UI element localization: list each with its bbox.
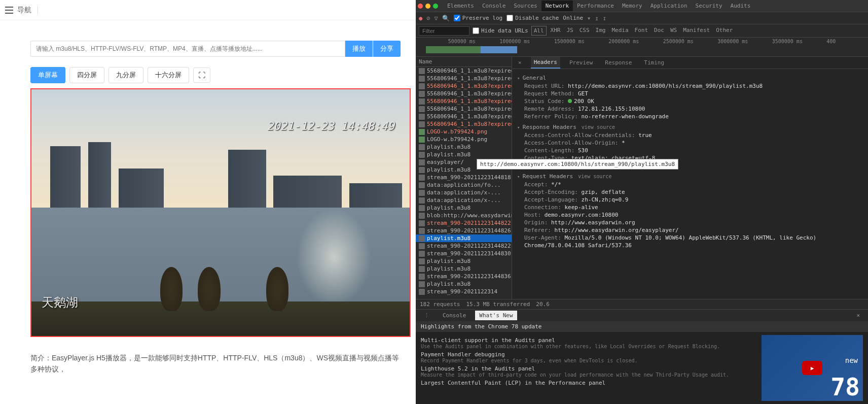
play-icon[interactable]: ▶ [802,361,822,375]
request-row[interactable]: 556806946_1_1.m3u8?expire=164032... [416,67,512,75]
filter-xhr[interactable]: XHR [549,26,563,36]
devtools-tab-sources[interactable]: Sources [510,1,541,11]
request-row[interactable]: 556806946_1_1.m3u8?expire=164032... [416,97,512,105]
tab-nine[interactable]: 九分屏 [108,67,143,83]
tab-four[interactable]: 四分屏 [69,67,104,83]
close-detail-icon[interactable]: × [515,57,525,68]
section-response-headers[interactable]: Response Headersview source [517,123,863,131]
header-row: Access-Control-Allow-Origin: * [517,139,863,147]
request-row[interactable]: blob:http://www.easydarwin.org/058d... [416,212,512,219]
status-transferred: 15.3 MB transferred [466,301,530,308]
maximize-icon[interactable] [433,4,438,9]
request-row[interactable]: 556806946_1_1.m3u8?expire=164032... [416,113,512,120]
request-row[interactable]: stream_990-20211223144818-949.ts [416,174,512,181]
request-row[interactable]: 556806946_1_1.m3u8?expire=164032... [416,105,512,113]
play-button[interactable]: 播放 [345,41,373,57]
request-row[interactable]: stream_990-20211223144822-950.ts [416,219,512,227]
list-header-name[interactable]: Name [416,57,512,67]
promo-video[interactable]: ▶ new 78 [762,335,863,401]
preserve-log-check[interactable]: Preserve log [454,15,502,21]
request-row[interactable]: stream_990-20211223144822-950.ts [416,242,512,250]
devtools-tab-network[interactable]: Network [541,1,573,11]
devtools-tab-elements[interactable]: Elements [443,1,478,11]
close-icon[interactable] [418,4,423,9]
request-row[interactable]: playlist.m3u8 [416,204,512,212]
header-row: Remote Address: 172.81.216.155:10800 [517,105,863,113]
hide-data-urls-check[interactable]: Hide data URLs [473,27,528,34]
tab-console[interactable]: Console [439,311,470,320]
filter-icon[interactable]: ▽ [434,15,438,22]
fullscreen-icon[interactable]: ⛶ [193,68,210,83]
request-row[interactable]: data:application/x-... [416,189,512,196]
request-row[interactable]: playlist.m3u8 [416,151,512,158]
tab-timing[interactable]: Timing [641,57,667,68]
devtools-tab-console[interactable]: Console [478,1,510,11]
filter-font[interactable]: Font [633,26,650,36]
filter-manifest[interactable]: Manifest [681,26,712,36]
whats-new-item[interactable]: Largest Contentful Paint (LCP) in the Pe… [421,380,756,386]
whats-new-item[interactable]: Payment Handler debuggingRecord Payment … [421,351,756,363]
console-drawer: ⋮ Console What's New × Highlights from t… [416,309,868,404]
filter-input[interactable] [419,26,469,36]
disable-cache-check[interactable]: Disable cache [507,15,559,21]
request-row[interactable]: 556806946_1_1.m3u8?expire=164032... [416,90,512,97]
request-row[interactable]: LOGO-w.b799424.png [416,136,512,143]
timeline-overview[interactable]: 500000 ms1000000 ms1500000 ms2000000 ms2… [416,38,868,57]
filter-media[interactable]: Media [609,26,630,36]
chevron-down-icon[interactable]: ▾ [587,15,591,22]
throttle-select[interactable]: Online [563,15,583,21]
request-row[interactable]: stream_990-20211223144830-952.ts [416,250,512,257]
tab-response[interactable]: Response [602,57,635,68]
tab-whats-new[interactable]: What's New [475,311,517,320]
request-row[interactable]: stream_990-20211223144836-953.ts [416,273,512,280]
devtools-tab-memory[interactable]: Memory [618,1,646,11]
request-row[interactable]: playlist.m3u8 [416,143,512,151]
tab-headers[interactable]: Headers [531,57,560,69]
upload-icon[interactable]: ↥ [595,15,598,22]
filter-js[interactable]: JS [564,26,575,36]
request-row[interactable]: playlist.m3u8 [416,234,512,242]
minimize-icon[interactable] [425,4,430,9]
request-row[interactable]: 556806946_1_1.m3u8?expire=164032... [416,82,512,90]
request-row[interactable]: data:application/x-... [416,196,512,204]
status-requests: 182 requests [420,301,460,308]
devtools-tab-security[interactable]: Security [692,1,727,11]
section-request-headers[interactable]: Request Headersview source [517,173,863,181]
menu-icon[interactable] [5,7,13,14]
clear-icon[interactable]: ⊘ [426,15,430,22]
request-row[interactable]: playlist.m3u8 [416,280,512,288]
drawer-menu-icon[interactable]: ⋮ [420,311,433,320]
filter-img[interactable]: Img [594,26,608,36]
filter-ws[interactable]: WS [668,26,679,36]
close-drawer-icon[interactable]: × [852,311,864,320]
section-general[interactable]: General [517,74,863,82]
request-row[interactable]: playlist.m3u8 [416,257,512,265]
filter-other[interactable]: Other [714,26,735,36]
request-row[interactable]: data:application/fo... [416,181,512,189]
traffic-lights[interactable] [418,4,438,9]
tab-preview[interactable]: Preview [566,57,596,68]
request-row[interactable]: stream_990-20211223144826-951.ts [416,227,512,234]
filter-doc[interactable]: Doc [652,26,666,36]
tab-single[interactable]: 单屏幕 [30,67,65,83]
tab-sixteen[interactable]: 十六分屏 [148,67,189,83]
request-row[interactable]: LOGO-w.b799424.png [416,128,512,136]
share-button[interactable]: 分享 [373,41,401,57]
whats-new-item[interactable]: Multi-client support in the Audits panel… [421,337,756,349]
video-player[interactable]: 2021-12-23 14:48:49 天鹅湖 [30,88,411,337]
request-list[interactable]: Name 556806946_1_1.m3u8?expire=164032...… [416,57,512,299]
whats-new-item[interactable]: Lighthouse 5.2 in the Audits panelMeasur… [421,365,756,378]
request-row[interactable]: 556806946_1_1.m3u8?expire=164032... [416,75,512,82]
devtools-tab-application[interactable]: Application [646,1,692,11]
search-icon[interactable]: 🔍 [442,15,450,22]
filter-all[interactable]: All [531,26,547,36]
record-icon[interactable]: ● [419,15,422,22]
download-icon[interactable]: ↧ [603,15,606,22]
devtools-tab-performance[interactable]: Performance [573,1,618,11]
url-input[interactable] [30,41,345,57]
request-row[interactable]: stream_990-2021122314 [416,288,512,295]
devtools-tab-audits[interactable]: Audits [727,1,755,11]
request-row[interactable]: 556806946_1_1.m3u8?expire=164032... [416,120,512,128]
filter-css[interactable]: CSS [577,26,592,36]
request-row[interactable]: playlist.m3u8 [416,265,512,273]
